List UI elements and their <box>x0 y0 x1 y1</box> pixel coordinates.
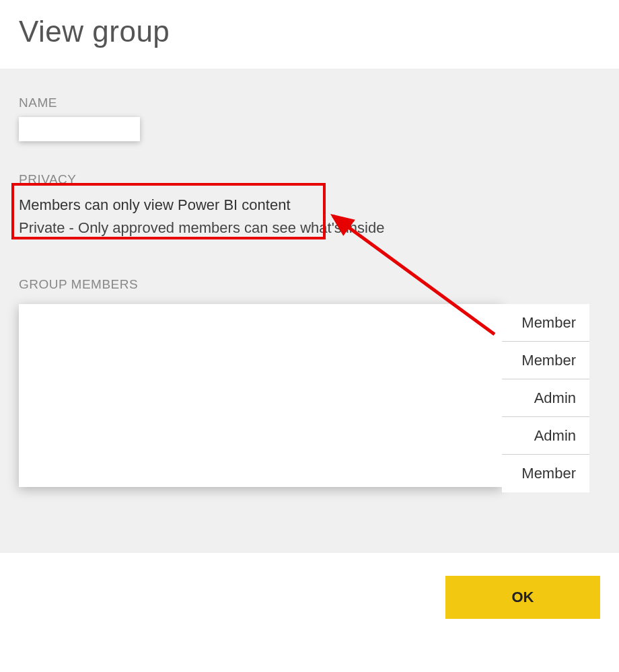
privacy-permission-text: Members can only view Power BI content <box>19 194 600 217</box>
members-label: GROUP MEMBERS <box>19 277 600 292</box>
dialog-body: NAME PRIVACY Members can only view Power… <box>0 69 619 553</box>
dialog-footer: OK <box>0 553 619 642</box>
role-item: Admin <box>502 379 589 417</box>
members-section: GROUP MEMBERS MemberMemberAdminAdminMemb… <box>19 277 600 492</box>
role-item: Member <box>502 304 589 342</box>
ok-button[interactable]: OK <box>445 576 600 619</box>
privacy-section: PRIVACY Members can only view Power BI c… <box>19 172 600 239</box>
role-item: Admin <box>502 417 589 455</box>
name-section: NAME <box>19 96 600 141</box>
dialog-header: View group <box>0 0 619 69</box>
privacy-visibility-text: Private - Only approved members can see … <box>19 217 600 239</box>
role-item: Member <box>502 455 589 492</box>
page-title: View group <box>19 15 600 48</box>
roles-list: MemberMemberAdminAdminMember <box>502 304 589 492</box>
name-input[interactable] <box>19 117 140 141</box>
privacy-label: PRIVACY <box>19 172 600 187</box>
members-list-box[interactable] <box>19 304 502 487</box>
role-item: Member <box>502 342 589 379</box>
name-label: NAME <box>19 96 600 110</box>
